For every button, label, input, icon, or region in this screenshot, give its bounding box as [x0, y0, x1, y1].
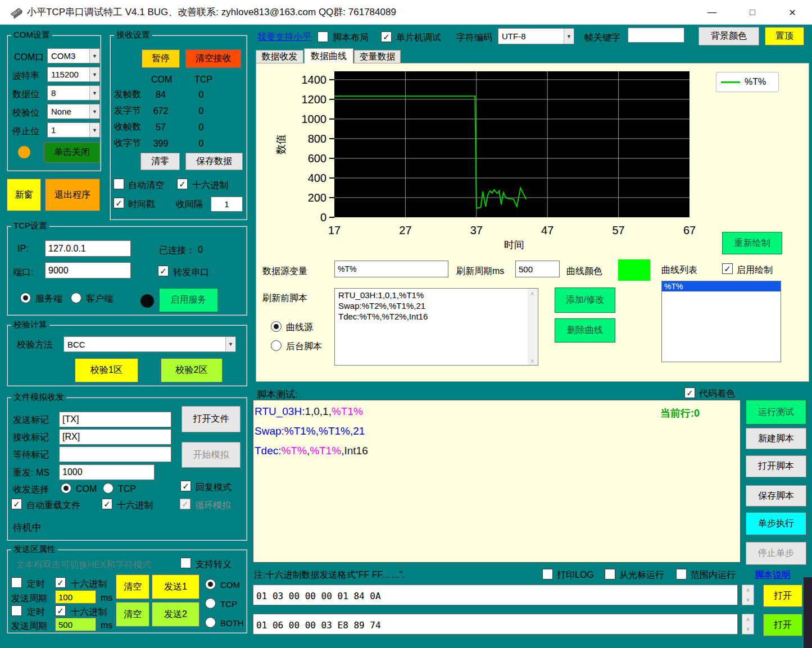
- clear1-button[interactable]: 清空: [116, 574, 149, 599]
- new-script-button[interactable]: 新建脚本: [746, 428, 806, 449]
- print-log-checkbox[interactable]: ✓: [542, 569, 553, 579]
- ip-input[interactable]: [45, 240, 131, 257]
- mcu-debug-checkbox[interactable]: ✓: [381, 31, 392, 42]
- scroll-down-icon[interactable]: ∨: [528, 356, 537, 365]
- stop-step-button[interactable]: 停止单步: [746, 542, 806, 565]
- encoding-select[interactable]: UTF-8 ▼: [498, 28, 574, 44]
- databits-select[interactable]: 8▼: [47, 85, 100, 101]
- timer2-checkbox[interactable]: ✓: [11, 605, 22, 616]
- single-step-button[interactable]: 单步执行: [746, 512, 806, 535]
- send2-button[interactable]: 发送2: [152, 602, 199, 627]
- hex-send2-input[interactable]: [253, 614, 738, 635]
- open-script-button[interactable]: 打开脚本: [746, 455, 806, 477]
- prescript-scrollbar[interactable]: ∧ ∨: [528, 289, 537, 365]
- auto-clear-checkbox[interactable]: ✓: [114, 179, 124, 189]
- tab-data-transfer[interactable]: 数据收发: [256, 50, 303, 63]
- close-button[interactable]: ✕: [781, 4, 804, 21]
- curve-list-item[interactable]: %T%: [662, 281, 781, 291]
- open-file-button[interactable]: 打开文件: [182, 406, 241, 432]
- server-radio[interactable]: [20, 293, 31, 303]
- resend-input[interactable]: [59, 464, 155, 480]
- target-tcp-radio[interactable]: [205, 598, 216, 609]
- script-help-link[interactable]: 脚本说明: [755, 569, 791, 581]
- enable-service-button[interactable]: 启用服务: [159, 288, 218, 312]
- refresh-period-input[interactable]: [515, 261, 560, 277]
- sim-hex-checkbox[interactable]: ✓: [102, 499, 112, 509]
- loop-sim-checkbox[interactable]: ✓: [180, 499, 190, 509]
- hex-send2-spinner[interactable]: ∧ ∨: [742, 614, 754, 635]
- spin-down-icon[interactable]: ∨: [742, 595, 754, 605]
- tab-data-curve[interactable]: 数据曲线: [304, 48, 353, 63]
- target-both-radio[interactable]: [205, 617, 216, 628]
- forward-serial-checkbox[interactable]: ✓: [158, 266, 169, 276]
- delete-curve-button[interactable]: 删除曲线: [555, 318, 615, 343]
- data-source-input[interactable]: [334, 261, 448, 277]
- open1-button[interactable]: 打开: [763, 585, 802, 607]
- curve-color-swatch[interactable]: [618, 259, 650, 281]
- recv-interval-input[interactable]: 1: [211, 197, 243, 212]
- exit-button[interactable]: 退出程序: [45, 179, 100, 211]
- enable-draw-checkbox[interactable]: ✓: [722, 263, 733, 274]
- timer1-checkbox[interactable]: ✓: [11, 577, 22, 588]
- maximize-button[interactable]: □: [741, 4, 764, 21]
- open2-button[interactable]: 打开: [763, 614, 802, 636]
- autoreload-checkbox[interactable]: ✓: [11, 499, 22, 509]
- script-layout-checkbox[interactable]: ✓: [317, 31, 328, 42]
- hex-send1-input[interactable]: [253, 585, 738, 605]
- rx-mark-input[interactable]: [59, 429, 171, 445]
- tab-variable-data[interactable]: 变量数据: [354, 50, 401, 63]
- sim-com-radio[interactable]: [61, 483, 71, 494]
- support-link[interactable]: 我要支持小平: [257, 31, 311, 43]
- recv-hex-checkbox[interactable]: ✓: [177, 179, 188, 189]
- scroll-up-icon[interactable]: ∧: [528, 289, 537, 298]
- send1-button[interactable]: 发送1: [152, 574, 199, 599]
- run-test-button[interactable]: 运行测试: [746, 400, 806, 425]
- minimize-button[interactable]: —: [701, 4, 723, 21]
- frame-key-input[interactable]: [628, 28, 684, 43]
- save-data-button[interactable]: 保存数据: [185, 153, 243, 170]
- clear-receive-button[interactable]: 清空接收: [185, 49, 241, 68]
- parity-select[interactable]: None▼: [47, 104, 100, 119]
- colorize-checkbox[interactable]: ✓: [684, 387, 695, 398]
- checksum-zone2-button[interactable]: 校验2区: [161, 358, 223, 382]
- tx-mark-input[interactable]: [59, 412, 171, 427]
- spin-up-icon[interactable]: ∧: [742, 614, 754, 624]
- bg-color-button[interactable]: 背景颜色: [698, 27, 759, 45]
- clear2-button[interactable]: 清空: [116, 602, 149, 627]
- save-script-button[interactable]: 保存脚本: [746, 485, 806, 506]
- add-modify-button[interactable]: 添加/修改: [555, 288, 615, 313]
- hex2-checkbox[interactable]: ✓: [55, 605, 66, 616]
- reply-mode-checkbox[interactable]: ✓: [180, 481, 191, 491]
- curve-listbox[interactable]: %T%: [661, 281, 781, 362]
- period1-input[interactable]: 100: [55, 590, 96, 604]
- com-close-button[interactable]: 单击关闭: [44, 142, 100, 163]
- timestamp-checkbox[interactable]: ✓: [114, 198, 124, 208]
- spin-up-icon[interactable]: ∧: [742, 585, 754, 595]
- prescript-textarea[interactable]: RTU_03H:1,0,1,%T1% Swap:%T2%,%T1%,21 Tde…: [334, 288, 538, 366]
- com-port-select[interactable]: COM3▼: [47, 48, 100, 63]
- bg-script-radio[interactable]: [271, 340, 282, 351]
- stopbits-select[interactable]: 1▼: [47, 122, 100, 138]
- topmost-button[interactable]: 置顶: [765, 27, 804, 45]
- redraw-button[interactable]: 重新绘制: [722, 232, 782, 254]
- target-com-radio[interactable]: [205, 579, 216, 590]
- wait-mark-input[interactable]: [59, 446, 171, 462]
- sim-tcp-radio[interactable]: [103, 483, 114, 494]
- period2-input[interactable]: 500: [55, 618, 96, 631]
- escape-checkbox[interactable]: ✓: [180, 558, 191, 568]
- start-sim-button[interactable]: 开始模拟: [182, 442, 241, 468]
- hex-send1-spinner[interactable]: ∧ ∨: [742, 585, 754, 605]
- hex1-checkbox[interactable]: ✓: [55, 577, 66, 588]
- curve-source-radio[interactable]: [271, 321, 282, 332]
- checksum-method-select[interactable]: BCC▼: [63, 336, 236, 352]
- new-window-button[interactable]: 新窗: [7, 179, 41, 211]
- spin-down-icon[interactable]: ∨: [742, 624, 754, 635]
- client-radio[interactable]: [71, 293, 81, 303]
- checksum-zone1-button[interactable]: 校验1区: [75, 358, 138, 382]
- baud-select[interactable]: 115200▼: [47, 67, 100, 82]
- port-input[interactable]: [45, 262, 131, 279]
- script-editor[interactable]: [253, 400, 741, 563]
- range-run-checkbox[interactable]: ✓: [676, 569, 687, 579]
- zero-button[interactable]: 清零: [140, 153, 180, 170]
- pause-button[interactable]: 暂停: [142, 49, 180, 68]
